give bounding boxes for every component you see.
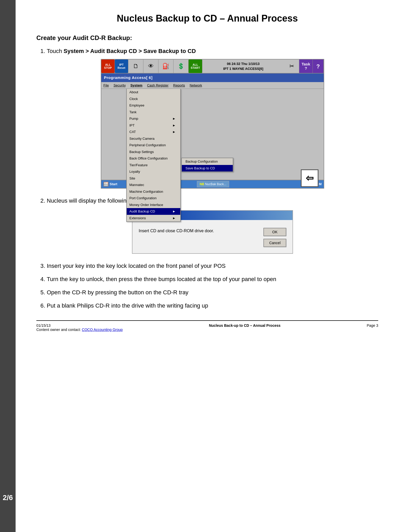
ipt-info-text: IPT 1 WAYNE ACCESS[6] [223, 66, 263, 71]
help-button[interactable]: ? [313, 59, 324, 73]
dialog-buttons: OK Cancel [263, 228, 286, 247]
footer-date: 01/15/13 Content owner and contact: COCO… [36, 323, 123, 332]
menu-pump[interactable]: Pump [127, 115, 180, 122]
menu-site[interactable]: Site [127, 175, 180, 182]
step-5-text: Open the CD-R by pressing the button on … [47, 289, 188, 296]
nb-icon: NB [200, 182, 204, 186]
menu-money-order[interactable]: Money Order Interface [127, 202, 180, 208]
dollar-icon-button[interactable]: 💲 [174, 59, 189, 73]
menu-ipt[interactable]: IPT [127, 122, 180, 129]
programming-access-bar: Programming Access[ 6] [101, 74, 324, 82]
menu-back-office[interactable]: Back Office Configuration [127, 155, 180, 162]
menu-clock[interactable]: Clock [127, 96, 180, 102]
submenu-save-backup-cd[interactable]: Save Backup to CD [182, 165, 233, 172]
eye-icon-button[interactable]: 👁 [143, 59, 158, 73]
reset-label: Reset [118, 66, 125, 69]
pump-icon: ⛽ [162, 63, 169, 69]
nav-file[interactable]: File [103, 83, 109, 88]
step-1: Touch System > Audit Backup CD > Save Ba… [47, 47, 378, 189]
step-4: Turn the key to unlock, then press the t… [47, 275, 378, 283]
system-dropdown: About Clock Employee Tank Pump IPT CAT S… [126, 89, 181, 222]
pos-toolbar: ALL STOP IPT Reset 🗋 👁 ⛽ [101, 59, 324, 74]
step-2-instruction: Nucleus will display the following messa… [47, 196, 378, 205]
scissors-icon-button[interactable]: ✂ [284, 59, 299, 73]
task-q: ? [305, 66, 307, 71]
ipt-reset-button[interactable]: IPT Reset [115, 59, 128, 73]
start-label: Start [110, 182, 117, 187]
nav-security[interactable]: Security [114, 83, 126, 88]
menubar-title: Programming Access[ 6] [104, 75, 152, 80]
menu-cat[interactable]: CAT [127, 129, 180, 135]
all-stop-label2: STOP [104, 66, 112, 69]
audit-submenu: Backup Configuration Save Backup to CD [181, 158, 233, 172]
dollar-icon: 💲 [177, 63, 184, 69]
doc-footer: 01/15/13 Content owner and contact: COCO… [36, 320, 378, 332]
footer-contact-label: Content owner and contact: [36, 328, 82, 332]
start-button[interactable]: 🪟 Start [103, 181, 117, 187]
main-content: Nucleus Backup to CD – Annual Process Cr… [16, 0, 399, 532]
windows-icon: 🪟 [103, 181, 109, 187]
menu-tank[interactable]: Tank [127, 109, 180, 116]
menu-peripheral-config[interactable]: Peripheral Configuration [127, 142, 180, 149]
pos-screenshot: ALL STOP IPT Reset 🗋 👁 ⛽ [101, 59, 324, 189]
menu-audit-backup-cd[interactable]: Audit Backup CD [127, 208, 180, 215]
dropdown-area: About Clock Employee Tank Pump IPT CAT S… [101, 89, 324, 180]
dialog-message: Insert CD and close CD-ROM drive door. [139, 228, 258, 234]
menu-security-camera[interactable]: Security Camera [127, 135, 180, 142]
menu-backup-settings[interactable]: Backup Settings [127, 149, 180, 155]
all-start-button[interactable]: ALL START [189, 59, 202, 73]
footer-page-text: Page 3 [367, 323, 378, 328]
all-start-label2: START [191, 66, 200, 69]
scissors-icon: ✂ [289, 63, 294, 69]
nav-system[interactable]: System [130, 83, 142, 88]
section-heading: Create your Audit CD-R Backup: [36, 34, 378, 42]
taskbar-window-label: NucBak Back... [205, 182, 226, 186]
steps-list: Touch System > Audit Backup CD > Save Ba… [47, 47, 378, 310]
nav-row: File Security System Cash Register Repor… [101, 82, 324, 89]
page-number-label: 2/6 [3, 494, 13, 502]
taskbar-window[interactable]: NB NucBak Back... [197, 181, 229, 187]
eye-icon: 👁 [148, 63, 154, 69]
nav-cash-register[interactable]: Cash Register [147, 83, 168, 88]
nav-network[interactable]: Network [190, 83, 202, 88]
step-3: Insert your key into the key lock locate… [47, 262, 378, 270]
step-4-text: Turn the key to unlock, then press the t… [47, 276, 276, 282]
task-label: Task [302, 62, 310, 66]
dialog-cancel-button[interactable]: Cancel [263, 239, 286, 247]
all-start-label: ALL [192, 63, 198, 66]
menu-loyalty[interactable]: Loyalty [127, 168, 180, 175]
page-icon: 🗋 [133, 63, 139, 69]
menu-port-config[interactable]: Port Configuration [127, 195, 180, 202]
datetime-text: 06 24:32 Thu 1/10/13 [227, 61, 260, 66]
footer-contact-link[interactable]: COCO Accounting Group [82, 328, 123, 332]
step-1-bold: System > Audit Backup CD > Save Backup t… [64, 48, 196, 54]
menu-machine-config[interactable]: Machine Configuration [127, 188, 180, 195]
task-button[interactable]: Task ? [299, 59, 313, 73]
dialog-body: Insert CD and close CD-ROM drive door. O… [132, 220, 292, 253]
question-mark: ? [316, 62, 320, 71]
step-6-text: Put a blank Philips CD-R into the drive … [47, 302, 208, 309]
menu-tier-feature[interactable]: Tier/Feature [127, 162, 180, 169]
step-6: Put a blank Philips CD-R into the drive … [47, 301, 378, 310]
step-5: Open the CD-R by pressing the button on … [47, 288, 378, 297]
document-title: Nucleus Backup to CD – Annual Process [36, 13, 378, 24]
menu-extensions[interactable]: Extensions [127, 215, 180, 222]
step-3-text: Insert your key into the key lock locate… [47, 263, 226, 269]
toolbar-datetime: 06 24:32 Thu 1/10/13 IPT 1 WAYNE ACCESS[… [202, 59, 284, 73]
all-stop-label: ALL [105, 63, 111, 66]
page-icon-button[interactable]: 🗋 [128, 59, 143, 73]
menu-employee[interactable]: Employee [127, 102, 180, 109]
nav-reports[interactable]: Reports [173, 83, 185, 88]
footer-page: Page 3 [367, 323, 378, 332]
dialog-ok-button[interactable]: OK [263, 228, 286, 236]
all-stop-button[interactable]: ALL STOP [101, 59, 115, 73]
page-number: 2/6 [0, 0, 16, 532]
menu-about[interactable]: About [127, 89, 180, 96]
pump-icon-button[interactable]: ⛽ [158, 59, 174, 73]
footer-title: Nucleus Back-up to CD – Annual Process [209, 323, 281, 332]
arrow-indicator: ⇦ [301, 169, 318, 187]
submenu-backup-config[interactable]: Backup Configuration [182, 158, 233, 165]
step-2: Nucleus will display the following messa… [47, 196, 378, 254]
menu-mannatec[interactable]: Mannatec [127, 182, 180, 188]
footer-date-text: 01/15/13 [36, 323, 51, 328]
